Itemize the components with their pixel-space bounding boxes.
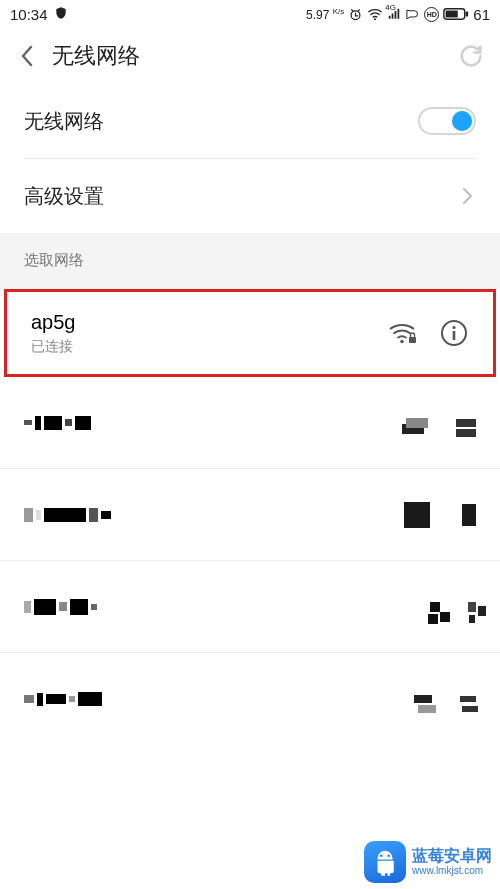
network-item[interactable] xyxy=(0,469,500,561)
watermark-url: www.lmkjst.com xyxy=(412,866,492,876)
svg-point-1 xyxy=(374,18,376,20)
network-name-redacted xyxy=(24,691,414,707)
status-left: 10:34 xyxy=(10,6,68,23)
svg-point-11 xyxy=(388,855,391,858)
network-icons-redacted xyxy=(414,695,476,703)
svg-rect-4 xyxy=(466,11,469,16)
watermark-title: 蓝莓安卓网 xyxy=(412,848,492,864)
page-title: 无线网络 xyxy=(52,41,456,71)
network-icons-redacted xyxy=(404,502,476,528)
network-speed: 5.97 K/s xyxy=(306,7,344,22)
svg-rect-6 xyxy=(409,337,416,343)
network-status: 已连接 xyxy=(31,338,387,356)
watermark: 蓝莓安卓网 www.lmkjst.com xyxy=(364,841,492,883)
watermark-android-icon xyxy=(364,841,406,883)
choose-network-header: 选取网络 xyxy=(0,233,500,289)
network-name-redacted xyxy=(24,415,406,431)
network-info-button[interactable] xyxy=(439,318,469,348)
status-time: 10:34 xyxy=(10,6,48,23)
svg-rect-9 xyxy=(453,331,456,340)
wifi-toggle-row[interactable]: 无线网络 xyxy=(24,84,476,158)
page-header: 无线网络 xyxy=(0,28,500,84)
network-item[interactable] xyxy=(0,653,500,745)
alarm-icon xyxy=(348,7,363,22)
network-item[interactable] xyxy=(0,561,500,653)
network-item[interactable] xyxy=(0,377,500,469)
network-name: ap5g xyxy=(31,311,387,334)
refresh-button[interactable] xyxy=(456,41,486,71)
signal-icon: 4G xyxy=(387,7,401,21)
status-bar: 10:34 5.97 K/s 4G HD 61 xyxy=(0,0,500,28)
back-button[interactable] xyxy=(14,43,40,69)
wifi-signal-lock-icon xyxy=(387,321,417,345)
volte-icon xyxy=(405,7,420,22)
network-name-redacted xyxy=(24,507,404,523)
wifi-toggle-label: 无线网络 xyxy=(24,108,104,135)
wifi-status-icon xyxy=(367,7,383,21)
advanced-settings-label: 高级设置 xyxy=(24,183,104,210)
hd-icon: HD xyxy=(424,7,439,22)
choose-network-label: 选取网络 xyxy=(24,251,84,268)
network-name-redacted xyxy=(24,599,430,615)
wifi-toggle-switch[interactable] xyxy=(418,107,476,135)
svg-point-5 xyxy=(400,340,404,344)
svg-rect-3 xyxy=(446,11,458,18)
battery-icon xyxy=(443,7,469,21)
chevron-right-icon xyxy=(458,187,476,205)
svg-point-10 xyxy=(380,855,383,858)
advanced-settings-row[interactable]: 高级设置 xyxy=(24,159,476,233)
network-icons-redacted xyxy=(406,418,476,428)
network-icons-redacted xyxy=(430,602,476,612)
status-right: 5.97 K/s 4G HD 61 xyxy=(306,6,490,23)
battery-percent: 61 xyxy=(473,6,490,23)
svg-point-8 xyxy=(452,326,455,329)
shield-icon xyxy=(54,6,68,23)
network-item-connected[interactable]: ap5g 已连接 xyxy=(4,289,496,377)
